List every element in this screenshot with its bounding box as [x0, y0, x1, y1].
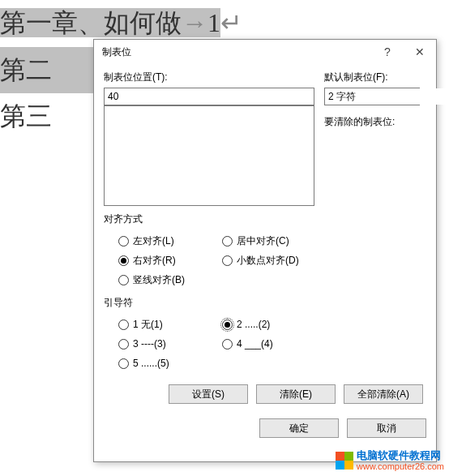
watermark-title: 电脑软硬件教程网 — [357, 450, 444, 461]
button-label: 确定 — [289, 422, 309, 435]
dialog-title: 制表位 — [102, 45, 371, 59]
set-button[interactable]: 设置(S) — [169, 384, 248, 404]
button-label: 全部清除(A) — [357, 388, 409, 401]
ok-button[interactable]: 确定 — [259, 418, 339, 438]
alignment-group-label: 对齐方式 — [104, 212, 426, 226]
to-clear-label: 要清除的制表位: — [324, 115, 426, 129]
align-center-radio[interactable]: 居中对齐(C) — [222, 231, 326, 251]
button-label: 清除(E) — [280, 388, 312, 401]
tab-stop-position-label: 制表位位置(T): — [104, 71, 314, 84]
radio-icon — [118, 236, 129, 247]
clear-button[interactable]: 清除(E) — [256, 384, 336, 404]
leader-4-radio[interactable]: 4 ___(4) — [222, 334, 326, 354]
radio-label: 右对齐(R) — [133, 254, 176, 268]
paragraph-mark-icon: ↵ — [220, 8, 242, 37]
tab-arrow-icon: → — [182, 8, 207, 37]
align-bar-radio[interactable]: 竖线对齐(B) — [118, 270, 222, 289]
leader-1-radio[interactable]: 1 无(1) — [118, 315, 222, 334]
tab-stop-listbox[interactable] — [104, 105, 314, 206]
button-label: 设置(S) — [192, 388, 224, 401]
button-label: 取消 — [377, 422, 396, 435]
radio-icon — [118, 255, 129, 266]
windows-logo-icon — [336, 452, 353, 470]
leader-2-radio[interactable]: 2 .....(2) — [222, 315, 326, 334]
radio-icon — [118, 358, 129, 369]
doc-line-1-text: 第一章、如何做 — [0, 8, 182, 37]
help-icon: ? — [384, 45, 391, 58]
leader-3-radio[interactable]: 3 ----(3) — [118, 334, 222, 354]
radio-label: 2 .....(2) — [237, 319, 270, 330]
leader-5-radio[interactable]: 5 ......(5) — [118, 354, 222, 373]
align-decimal-radio[interactable]: 小数点对齐(D) — [222, 251, 326, 270]
radio-icon — [222, 255, 233, 266]
default-tab-spinbox[interactable]: ▲ ▼ — [324, 88, 420, 105]
alignment-group: 左对齐(L) 居中对齐(C) 右对齐(R) 小数点对齐(D) 竖线对齐(B) — [104, 231, 426, 289]
radio-label: 5 ......(5) — [133, 358, 169, 369]
dialog-body: 制表位位置(T): 默认制表位(F): ▲ ▼ 要清除的制表位: 对齐方式 — [94, 64, 436, 410]
radio-label: 1 无(1) — [133, 318, 163, 332]
help-button[interactable]: ? — [371, 40, 404, 64]
radio-label: 竖线对齐(B) — [133, 273, 185, 287]
radio-icon — [222, 339, 233, 349]
dialog-footer: 确定 取消 — [94, 410, 436, 446]
clear-all-button[interactable]: 全部清除(A) — [344, 384, 423, 404]
default-tab-input[interactable] — [325, 88, 449, 105]
radio-icon — [222, 236, 233, 247]
radio-label: 小数点对齐(D) — [237, 254, 299, 268]
radio-label: 3 ----(3) — [133, 338, 166, 349]
doc-line-1-num: 1 — [207, 8, 220, 37]
leader-group-label: 引导符 — [104, 296, 426, 310]
radio-icon — [118, 275, 129, 285]
radio-icon — [118, 319, 129, 330]
watermark-url: www.computer26.com — [357, 461, 444, 471]
close-button[interactable]: ✕ — [404, 40, 436, 64]
radio-label: 左对齐(L) — [133, 234, 174, 248]
tab-stop-position-input[interactable] — [104, 88, 314, 105]
cancel-button[interactable]: 取消 — [347, 418, 426, 438]
radio-label: 4 ___(4) — [237, 338, 273, 349]
watermark: 电脑软硬件教程网 www.computer26.com — [336, 450, 444, 471]
titlebar: 制表位 ? ✕ — [94, 40, 436, 64]
align-left-radio[interactable]: 左对齐(L) — [118, 231, 222, 251]
radio-icon — [118, 339, 129, 349]
close-icon: ✕ — [415, 45, 425, 58]
leader-group: 1 无(1) 2 .....(2) 3 ----(3) 4 ___(4) 5 .… — [104, 315, 426, 373]
radio-label: 居中对齐(C) — [237, 234, 289, 248]
align-right-radio[interactable]: 右对齐(R) — [118, 251, 222, 270]
tab-stop-dialog: 制表位 ? ✕ 制表位位置(T): 默认制表位(F): ▲ — [93, 39, 437, 462]
default-tab-label: 默认制表位(F): — [324, 71, 426, 84]
radio-icon — [222, 319, 233, 330]
